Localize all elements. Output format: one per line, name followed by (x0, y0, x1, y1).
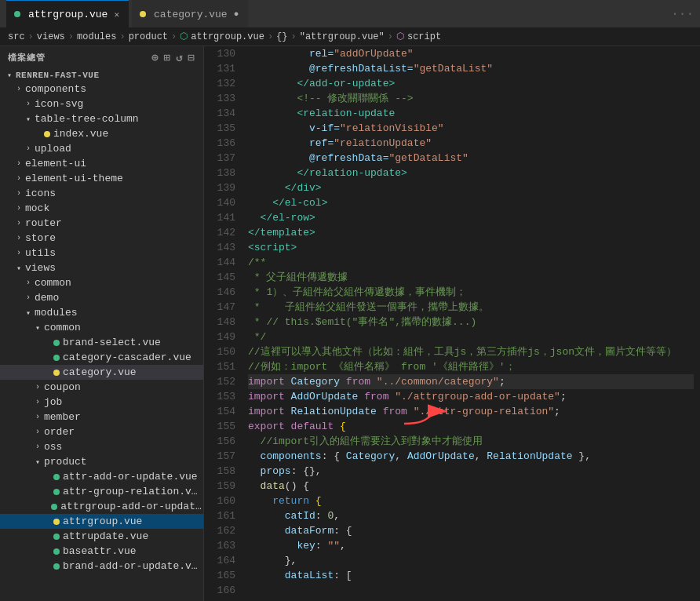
code-line-151: */ (248, 330, 694, 344)
code-line-160: props: {}, (248, 464, 694, 479)
main-layout: 檔案總管 ⊕ ⊞ ↺ ⊟ ▾ RENREN-FAST-VUE ›componen… (0, 46, 700, 601)
tree-item-router[interactable]: ›router (0, 216, 203, 231)
folder-label: views (25, 262, 56, 274)
line-number-136: 136 (213, 136, 235, 151)
tree-item-brand-add-or-update-vue[interactable]: brand-add-or-update.vue (0, 559, 203, 574)
tree-item-brand-select-vue[interactable]: brand-select.vue (0, 335, 203, 350)
tree-item-coupon[interactable]: ›coupon (0, 380, 203, 395)
line-number-145: 145 (213, 270, 235, 285)
tree-item-table-tree-column[interactable]: ▾table-tree-column (0, 111, 203, 126)
line-number-153: 153 (213, 389, 235, 404)
new-file-icon[interactable]: ⊕ (151, 51, 159, 64)
code-line-152: //這裡可以導入其他文件（比如：組件，工具js，第三方插件js，json文件，圖… (248, 344, 694, 359)
tree-item-attrupdate-vue[interactable]: attrupdate.vue (0, 529, 203, 544)
folder-label: order (44, 426, 75, 438)
tree-item-attr-add-or-update-vue[interactable]: attr-add-or-update.vue (0, 469, 203, 484)
tree-item-job[interactable]: ›job (0, 395, 203, 410)
code-line-131: @refreshDataList="getDataList" (248, 61, 694, 76)
file-vue-icon (53, 474, 60, 480)
tree-item-common[interactable]: ›common (0, 275, 203, 290)
tree-item-store[interactable]: ›store (0, 231, 203, 246)
tab-category[interactable]: category.vue ● (132, 0, 248, 27)
file-vue-icon (53, 489, 60, 495)
line-number-157: 157 (213, 449, 235, 464)
more-icon[interactable]: ··· (671, 7, 694, 21)
folder-label: demo (35, 292, 59, 304)
code-line-150: * // this.$emit("事件名",攜帶的數據...) (248, 315, 694, 330)
tree-item-oss[interactable]: ›oss (0, 439, 203, 454)
sidebar-actions: ⊕ ⊞ ↺ ⊟ (151, 51, 195, 64)
breadcrumb-src: src (8, 31, 25, 42)
folder-label: table-tree-column (35, 113, 139, 125)
refresh-icon[interactable]: ↺ (176, 51, 183, 64)
code-line-134: <!-- 修改關聯關係 --> (248, 91, 694, 106)
line-number-138: 138 (213, 166, 235, 180)
breadcrumb-file-icon: ⬡ (180, 31, 188, 42)
tree-item-upload[interactable]: ›upload (0, 141, 203, 156)
tree-item-mock[interactable]: ›mock (0, 201, 203, 216)
file-vue-icon (53, 548, 60, 555)
code-scroll[interactable]: 1301311321331341351361371381391401411421… (204, 46, 700, 601)
tab-bar: attrgroup.vue ✕ category.vue ● ··· (0, 0, 700, 27)
tab-attrgroup[interactable]: attrgroup.vue ✕ (6, 0, 129, 27)
line-number-159: 159 (213, 479, 235, 494)
tree-item-category-vue[interactable]: category.vue (0, 365, 203, 380)
code-line-137: ref="relationUpdate" (248, 136, 694, 151)
tree-item-attrgroup-add-or-update-v---[interactable]: attrgroup-add-or-update.v... (0, 499, 203, 514)
line-number-166: 166 (213, 583, 235, 598)
tree-item-icons[interactable]: ›icons (0, 186, 203, 201)
code-line-130: rel="addOrUpdate" (248, 46, 694, 61)
collapse-icon[interactable]: ⊟ (188, 51, 195, 64)
line-number-151: 151 (213, 359, 235, 374)
tree-item-views[interactable]: ▾views (0, 260, 203, 275)
line-number-132: 132 (213, 76, 235, 91)
tab-close-category[interactable]: ● (232, 9, 241, 20)
tree-item-attrgroup-vue[interactable]: attrgroup.vue (0, 514, 203, 529)
tree-item-utils[interactable]: ›utils (0, 246, 203, 260)
code-line-154: import Category from "../common/category… (248, 374, 694, 389)
line-number-152: 152 (213, 374, 235, 389)
sidebar-root[interactable]: ▾ RENREN-FAST-VUE (0, 69, 203, 82)
folder-arrow: › (13, 174, 25, 183)
folder-arrow: › (31, 413, 44, 421)
tree-item-member[interactable]: ›member (0, 410, 203, 424)
line-number-150: 150 (213, 344, 235, 359)
tree-item-demo[interactable]: ›demo (0, 290, 203, 305)
line-number-158: 158 (213, 464, 235, 479)
tree-item-attr-group-relation-vue[interactable]: attr-group-relation.vue (0, 484, 203, 499)
tree-item-baseattr-vue[interactable]: baseattr.vue (0, 544, 203, 559)
tree-item-modules[interactable]: ▾modules (0, 305, 203, 320)
line-number-135: 135 (213, 121, 235, 136)
folder-arrow: › (13, 189, 25, 198)
breadcrumb-script-label: script (407, 31, 441, 42)
tree-item-element-ui-theme[interactable]: ›element-ui-theme (0, 171, 203, 186)
folder-arrow: › (13, 85, 25, 93)
breadcrumb-scope: {} (276, 31, 287, 42)
file-label: baseattr.vue (63, 545, 137, 557)
new-folder-icon[interactable]: ⊞ (164, 51, 171, 64)
tab-close-attrgroup[interactable]: ✕ (112, 9, 121, 20)
tree-item-product[interactable]: ▾product (0, 454, 203, 469)
file-vue-icon (51, 504, 57, 510)
breadcrumb: src › views › modules › product › ⬡ attr… (0, 27, 700, 46)
tree-item-components[interactable]: ›components (0, 82, 203, 97)
tab-label-attrgroup: attrgroup.vue (28, 9, 108, 20)
line-number-149: 149 (213, 330, 235, 344)
tree-item-icon-svg[interactable]: ›icon-svg (0, 97, 203, 111)
file-vue-icon (44, 131, 50, 137)
folder-arrow: › (13, 159, 25, 168)
sidebar: 檔案總管 ⊕ ⊞ ↺ ⊟ ▾ RENREN-FAST-VUE ›componen… (0, 46, 204, 601)
code-content[interactable]: rel="addOrUpdate" @refreshDataList="getD… (242, 46, 700, 601)
code-line-149: * 子組件給父組件發送一個事件，攜帶上數據。 (248, 300, 694, 315)
tree-item-common[interactable]: ▾common (0, 320, 203, 335)
line-number-139: 139 (213, 180, 235, 195)
tree-item-element-ui[interactable]: ›element-ui (0, 156, 203, 171)
folder-arrow: ▾ (22, 308, 35, 318)
code-editor[interactable]: 1301311321331341351361371381391401411421… (204, 46, 700, 601)
folder-label: product (44, 456, 87, 468)
tree-item-order[interactable]: ›order (0, 424, 203, 439)
tree-item-category-cascader-vue[interactable]: category-cascader.vue (0, 350, 203, 365)
code-line-165: key: "", (248, 538, 694, 553)
breadcrumb-filename: attrgroup.vue (191, 31, 264, 42)
tree-item-index-vue[interactable]: index.vue (0, 126, 203, 141)
